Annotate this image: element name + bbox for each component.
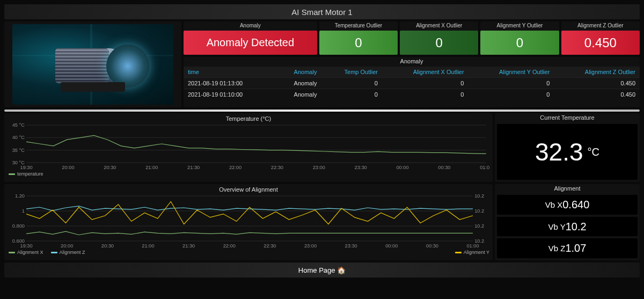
kpi-align-z-outlier[interactable]: Alignment Z Outlier 0.450	[561, 21, 640, 55]
motor-base-icon	[61, 82, 125, 92]
svg-text:20:30: 20:30	[101, 243, 114, 249]
legend-swatch-align-y	[455, 252, 462, 253]
svg-text:20:00: 20:00	[61, 243, 73, 249]
motor-fins-icon	[55, 48, 109, 83]
svg-text:21:30: 21:30	[182, 243, 195, 249]
anomaly-table-title: Anomaly	[184, 57, 640, 67]
svg-text:40 °C: 40 °C	[12, 135, 25, 140]
table-header[interactable]: time	[184, 67, 275, 78]
kpi-anomaly[interactable]: Anomaly Anomaly Detected	[184, 21, 317, 55]
alignment-values-title: Alignment	[495, 184, 640, 194]
svg-text:01:00: 01:00	[466, 243, 479, 249]
temperature-chart-svg: 30 °C35 °C40 °C45 °C19:3020:0020:3021:00…	[8, 123, 489, 170]
legend-temp[interactable]: temperature	[9, 171, 43, 177]
kpi-row: Anomaly Anomaly Detected Temperature Out…	[184, 21, 640, 55]
alignment-value-row: Vb X0.640	[497, 195, 638, 215]
current-temperature-panel[interactable]: Current Temperature 32.3 °C	[495, 113, 640, 182]
temperature-legend: temperature	[8, 170, 489, 177]
anomaly-table[interactable]: timeAnomalyTemp OutlierAlignment X Outli…	[184, 67, 640, 100]
svg-text:23:30: 23:30	[345, 243, 357, 249]
svg-text:22:00: 22:00	[223, 243, 236, 249]
charts-row: Temperature (°C) 30 °C35 °C40 °C45 °C19:…	[4, 113, 640, 260]
kpi-temp-outlier-value: 0	[319, 31, 398, 55]
svg-text:20:30: 20:30	[104, 165, 116, 170]
legend-swatch-align-z	[51, 252, 57, 253]
svg-text:23:30: 23:30	[355, 165, 367, 170]
legend-align-z[interactable]: Alignment Z	[51, 250, 85, 255]
table-header[interactable]: Temp Outlier	[321, 67, 382, 78]
table-row[interactable]: 2021-08-19 01:10:00Anomaly0000.450	[184, 89, 640, 100]
svg-text:1: 1	[22, 208, 25, 214]
top-row: Anomaly Anomaly Detected Temperature Out…	[4, 21, 640, 107]
kpi-align-y-title: Alignment Y Outlier	[480, 21, 559, 30]
legend-align-x[interactable]: Alignment X	[9, 250, 43, 255]
table-header[interactable]: Alignment Y Outlier	[468, 67, 554, 78]
current-temperature-value: 32.3 °C	[497, 124, 638, 180]
alignment-value-row: Vb Y10.2	[497, 217, 638, 237]
alignment-values-rows: Vb X0.640Vb Y10.2Vb Z1.07	[495, 194, 640, 260]
dashboard-title-bar: AI Smart Motor 1	[4, 4, 640, 19]
kpi-align-y-outlier[interactable]: Alignment Y Outlier 0	[480, 21, 559, 55]
svg-text:01:00: 01:00	[480, 165, 489, 170]
anomaly-table-head: timeAnomalyTemp OutlierAlignment X Outli…	[184, 67, 640, 78]
svg-text:19:30: 19:30	[20, 243, 32, 249]
svg-text:45 °C: 45 °C	[12, 123, 25, 128]
home-page-link[interactable]: Home Page 🏠	[4, 262, 640, 278]
top-right-stack: Anomaly Anomaly Detected Temperature Out…	[184, 21, 640, 107]
svg-text:22:00: 22:00	[229, 165, 241, 170]
alignment-chart-svg: 0.60010.20.80010.2110.21.2010.219:3020:0…	[8, 194, 489, 249]
alignment-legend: Alignment X Alignment Z Alignment Y	[8, 249, 489, 255]
svg-text:22:30: 22:30	[264, 243, 276, 249]
svg-text:23:00: 23:00	[313, 165, 325, 170]
kpi-align-x-value: 0	[400, 31, 478, 55]
svg-text:00:30: 00:30	[426, 243, 438, 249]
table-header[interactable]: Alignment Z Outlier	[554, 67, 640, 78]
svg-text:19:30: 19:30	[20, 165, 32, 170]
svg-text:00:00: 00:00	[385, 243, 398, 249]
svg-text:1.20: 1.20	[15, 194, 25, 199]
kpi-anomaly-value: Anomaly Detected	[184, 31, 317, 55]
section-divider	[4, 110, 640, 112]
motor-image	[12, 24, 173, 105]
motor-image-panel	[4, 21, 181, 107]
kpi-align-x-outlier[interactable]: Alignment X Outlier 0	[400, 21, 478, 55]
legend-swatch-align-x	[9, 252, 15, 253]
legend-swatch-temp	[9, 173, 15, 175]
kpi-temp-outlier[interactable]: Temperature Outlier 0	[319, 21, 398, 55]
svg-text:22:30: 22:30	[271, 165, 283, 170]
legend-align-y[interactable]: Alignment Y	[455, 250, 489, 255]
table-header[interactable]: Anomaly	[275, 67, 321, 78]
svg-text:21:30: 21:30	[187, 165, 200, 170]
temperature-chart-panel[interactable]: Temperature (°C) 30 °C35 °C40 °C45 °C19:…	[4, 113, 493, 182]
kpi-align-z-value: 0.450	[561, 31, 640, 55]
svg-text:23:00: 23:00	[304, 243, 317, 249]
svg-text:0.800: 0.800	[12, 223, 25, 229]
alignment-values-panel[interactable]: Alignment Vb X0.640Vb Y10.2Vb Z1.07	[495, 184, 640, 260]
table-row[interactable]: 2021-08-19 01:13:00Anomaly0000.450	[184, 78, 640, 89]
anomaly-table-body: 2021-08-19 01:13:00Anomaly0000.4502021-0…	[184, 78, 640, 100]
temperature-chart-title: Temperature (°C)	[8, 115, 489, 122]
alignment-value-row: Vb Z1.07	[497, 238, 638, 258]
side-column: Current Temperature 32.3 °C Alignment Vb…	[495, 113, 640, 260]
kpi-anomaly-title: Anomaly	[184, 21, 317, 30]
svg-text:10.2: 10.2	[474, 208, 484, 214]
current-temperature-title: Current Temperature	[495, 113, 640, 123]
alignment-chart-panel[interactable]: Overview of Alignment 0.60010.20.80010.2…	[4, 184, 493, 260]
kpi-temp-outlier-title: Temperature Outlier	[319, 21, 398, 30]
kpi-align-y-value: 0	[480, 31, 559, 55]
alignment-chart-body: 0.60010.20.80010.2110.21.2010.219:3020:0…	[8, 194, 489, 249]
charts-column: Temperature (°C) 30 °C35 °C40 °C45 °C19:…	[4, 113, 493, 260]
motor-fan-icon	[106, 45, 149, 87]
svg-text:00:30: 00:30	[438, 165, 450, 170]
alignment-chart-title: Overview of Alignment	[8, 186, 489, 193]
svg-text:20:00: 20:00	[62, 165, 74, 170]
temperature-chart-body: 30 °C35 °C40 °C45 °C19:3020:0020:3021:00…	[8, 123, 489, 170]
kpi-align-x-title: Alignment X Outlier	[400, 21, 478, 30]
dashboard-title: AI Smart Motor 1	[291, 8, 352, 17]
svg-text:35 °C: 35 °C	[12, 148, 25, 153]
svg-text:00:00: 00:00	[396, 165, 408, 170]
svg-text:21:00: 21:00	[142, 243, 154, 249]
svg-text:10.2: 10.2	[474, 223, 484, 229]
table-header[interactable]: Alignment X Outlier	[382, 67, 468, 78]
anomaly-table-panel: Anomaly timeAnomalyTemp OutlierAlignment…	[184, 57, 640, 107]
